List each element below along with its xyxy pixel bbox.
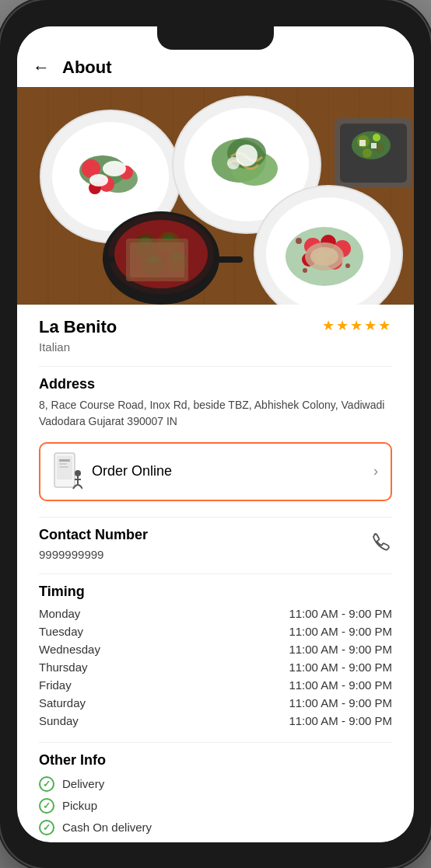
timing-day: Saturday <box>39 696 86 709</box>
svg-rect-60 <box>59 463 67 465</box>
timing-section: Timing Monday 11:00 AM - 9:00 PM Tuesday… <box>39 584 392 730</box>
phone-frame: ← About <box>0 0 431 868</box>
timing-hours: 11:00 AM - 9:00 PM <box>289 643 392 656</box>
app-icon <box>53 451 82 492</box>
check-mark: ✓ <box>43 779 51 790</box>
page-title: About <box>62 58 112 78</box>
other-info-title: Other Info <box>39 752 392 769</box>
timing-row: Friday 11:00 AM - 9:00 PM <box>39 676 392 694</box>
check-circle-icon: ✓ <box>39 842 54 842</box>
svg-rect-27 <box>359 140 366 146</box>
divider-3 <box>39 573 392 574</box>
order-chevron-icon: › <box>373 463 378 479</box>
phone-call-icon[interactable] <box>370 531 392 557</box>
timing-hours: 11:00 AM - 9:00 PM <box>289 714 392 727</box>
svg-rect-31 <box>216 256 243 263</box>
timing-row: Sunday 11:00 AM - 9:00 PM <box>39 712 392 730</box>
timing-title: Timing <box>39 584 392 600</box>
other-info-items: ✓ Delivery ✓ Pickup ✓ Cash On delivery ✓… <box>39 773 392 842</box>
timing-day: Wednesday <box>39 643 100 656</box>
check-mark: ✓ <box>43 822 51 833</box>
timing-day: Thursday <box>39 661 88 674</box>
info-item-text: Cash On delivery <box>62 821 152 834</box>
timing-row: Monday 11:00 AM - 9:00 PM <box>39 605 392 622</box>
rating-stars: ★★★★★ <box>322 317 392 334</box>
info-item-text: Delivery <box>62 777 104 790</box>
contact-row: Contact Number 9999999999 <box>39 527 392 561</box>
contact-number: 9999999999 <box>39 548 148 561</box>
info-item: ✓ Razorpay <box>39 838 392 842</box>
timing-rows: Monday 11:00 AM - 9:00 PM Tuesday 11:00 … <box>39 605 392 730</box>
timing-day: Sunday <box>39 714 79 727</box>
svg-point-53 <box>303 268 307 273</box>
timing-hours: 11:00 AM - 9:00 PM <box>289 607 392 620</box>
info-item: ✓ Delivery <box>39 773 392 795</box>
check-circle-icon: ✓ <box>39 820 54 835</box>
svg-point-11 <box>103 161 126 176</box>
timing-hours: 11:00 AM - 9:00 PM <box>289 661 392 674</box>
timing-row: Saturday 11:00 AM - 9:00 PM <box>39 694 392 712</box>
screen-content: ← About <box>17 26 414 842</box>
check-circle-icon: ✓ <box>39 776 54 792</box>
svg-point-12 <box>89 174 108 186</box>
check-circle-icon: ✓ <box>39 798 54 814</box>
svg-rect-61 <box>59 466 68 468</box>
info-item-text: Pickup <box>62 799 97 812</box>
timing-hours: 11:00 AM - 9:00 PM <box>289 625 392 638</box>
cuisine-type: Italian <box>39 340 392 354</box>
svg-point-26 <box>373 134 380 141</box>
timing-row: Thursday 11:00 AM - 9:00 PM <box>39 658 392 676</box>
notch <box>157 26 274 50</box>
svg-point-52 <box>296 238 302 244</box>
info-item: ✓ Pickup <box>39 795 392 817</box>
timing-hours: 11:00 AM - 9:00 PM <box>289 678 392 692</box>
svg-point-62 <box>75 470 81 476</box>
svg-point-54 <box>345 263 350 268</box>
info-item: ✓ Cash On delivery <box>39 817 392 838</box>
divider-1 <box>39 366 392 367</box>
timing-day: Tuesday <box>39 625 83 638</box>
restaurant-name: La Benito <box>39 317 117 337</box>
other-info-section: Other Info ✓ Delivery ✓ Pickup ✓ Cash On… <box>39 752 392 842</box>
divider-4 <box>39 742 392 743</box>
order-online-left: Order Online <box>53 451 172 492</box>
order-online-text: Order Online <box>92 463 172 479</box>
timing-day: Monday <box>39 607 80 620</box>
check-mark: ✓ <box>43 800 51 811</box>
svg-point-19 <box>227 157 240 169</box>
restaurant-header: La Benito ★★★★★ <box>39 317 392 337</box>
contact-section: Contact Number 9999999999 <box>39 527 392 561</box>
svg-rect-56 <box>130 242 184 277</box>
svg-point-25 <box>363 148 372 158</box>
divider-2 <box>39 517 392 518</box>
address-title: Address <box>39 376 392 392</box>
order-online-button[interactable]: Order Online › <box>39 442 392 501</box>
timing-day: Friday <box>39 678 72 692</box>
svg-rect-59 <box>59 459 70 462</box>
address-text: 8, Race Course Road, Inox Rd, beside TBZ… <box>39 397 392 430</box>
timing-hours: 11:00 AM - 9:00 PM <box>289 696 392 709</box>
food-image <box>17 87 414 305</box>
timing-row: Wednesday 11:00 AM - 9:00 PM <box>39 640 392 658</box>
info-section: La Benito ★★★★★ Italian Address 8, Race … <box>17 305 414 842</box>
svg-rect-28 <box>371 143 377 148</box>
svg-point-51 <box>310 247 338 266</box>
timing-row: Tuesday 11:00 AM - 9:00 PM <box>39 622 392 640</box>
contact-title: Contact Number <box>39 527 148 543</box>
back-button[interactable]: ← <box>33 58 50 78</box>
phone-screen: ← About <box>17 26 414 842</box>
